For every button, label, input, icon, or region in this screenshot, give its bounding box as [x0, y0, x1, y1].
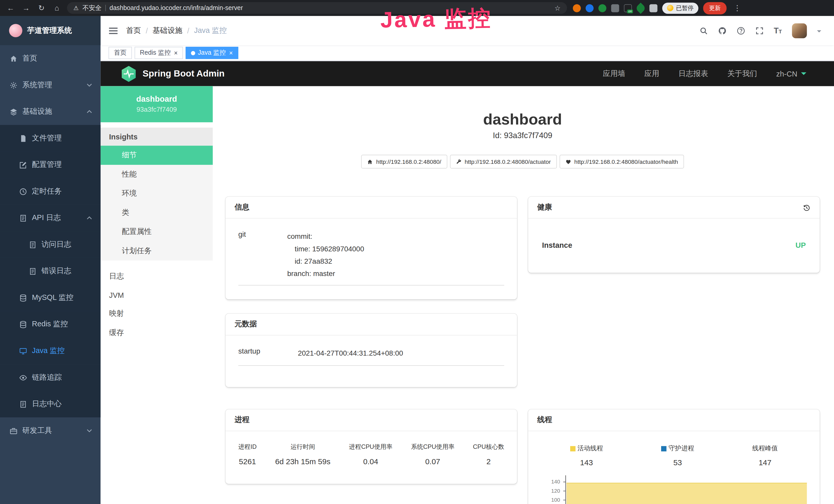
sba-menu-caches[interactable]: 缓存 — [101, 323, 213, 343]
locale-selector[interactable]: zh-CN — [776, 69, 806, 78]
tab-java-monitor[interactable]: Java 监控× — [186, 47, 238, 59]
legend-peak-threads: 线程峰值147 — [752, 444, 778, 467]
sidebar-item-infra[interactable]: 基础设施 — [0, 98, 101, 125]
avatar[interactable] — [792, 23, 807, 38]
card-title: 健康 — [537, 203, 552, 212]
sidebar-item-home[interactable]: 首页 — [0, 45, 101, 72]
sidebar-item-dev-tools[interactable]: 研发工具 — [0, 417, 101, 444]
extension-icon[interactable] — [573, 4, 581, 12]
extension-icon[interactable] — [611, 4, 619, 12]
sba-nav-wallboard[interactable]: 应用墙 — [603, 69, 625, 78]
tab-close-icon[interactable]: × — [174, 49, 178, 57]
browser-back-icon[interactable]: ← — [5, 4, 16, 12]
instance-header[interactable]: dashboard 93a3fc7f7409 — [101, 86, 213, 122]
extension-icon[interactable]: on — [624, 4, 632, 12]
url-text: dashboard.yudao.iocoder.cn/infra/admin-s… — [109, 4, 243, 12]
sba-menu-metrics[interactable]: 性能 — [101, 165, 213, 184]
paused-chip[interactable]: 已暂停 — [662, 2, 698, 13]
instance-link[interactable]: http://192.168.0.2:48080/actuator/health — [559, 155, 684, 169]
help-icon[interactable] — [737, 26, 745, 35]
history-icon[interactable] — [803, 204, 811, 211]
sidebar-item-cron-job[interactable]: 定时任务 — [0, 178, 101, 205]
sidebar-section-label: Insights — [101, 128, 213, 145]
instance-link-url: http://192.168.0.2:48080/actuator/health — [574, 159, 678, 165]
tab-redis-monitor[interactable]: Redis 监控× — [135, 47, 183, 59]
sba-menu-details[interactable]: 细节 — [101, 145, 213, 165]
gear-icon — [9, 81, 18, 89]
sba-nav-about[interactable]: 关于我们 — [727, 69, 757, 78]
sba-menu-logs[interactable]: 日志 — [101, 267, 213, 286]
breadcrumb-item[interactable]: 基础设施 — [153, 26, 182, 35]
puzzle-extension-icon[interactable] — [649, 4, 657, 12]
bookmark-star-icon[interactable]: ☆ — [554, 4, 561, 12]
sidebar-item-redis-monitor[interactable]: Redis 监控 — [0, 311, 101, 338]
sba-menu-classes[interactable]: 类 — [101, 203, 213, 222]
address-bar[interactable]: ⚠ 不安全 dashboard.yudao.iocoder.cn/infra/a… — [67, 2, 567, 14]
wrench-icon — [456, 159, 462, 165]
instance-link-url: http://192.168.0.2:48080/ — [376, 159, 441, 165]
navbar-actions: TT — [699, 23, 834, 38]
chevron-up-icon — [86, 214, 93, 222]
sidebar-item-config-manage[interactable]: 配置管理 — [0, 152, 101, 178]
browser-forward-icon[interactable]: → — [21, 4, 31, 12]
sidebar-item-api-log[interactable]: API 日志 — [0, 205, 101, 231]
sidebar-item-java-monitor[interactable]: Java 监控 — [0, 338, 101, 364]
sba-nav-journal[interactable]: 日志报表 — [678, 69, 708, 78]
sidebar-item-tracing[interactable]: 链路追踪 — [0, 364, 101, 391]
sidebar-item-mysql-monitor[interactable]: MySQL 监控 — [0, 284, 101, 311]
github-icon[interactable] — [718, 26, 726, 35]
metric-pid: 进程ID5261 — [238, 443, 257, 466]
legend-daemon-threads: 守护进程53 — [661, 444, 694, 467]
sidebar-item-log-center[interactable]: 日志中心 — [0, 391, 101, 417]
sidebar-item-label: MySQL 监控 — [32, 293, 73, 302]
chevron-down-icon[interactable] — [817, 30, 821, 35]
browser-reload-icon[interactable]: ↻ — [36, 4, 47, 12]
metric-label: 系统CPU使用率 — [411, 443, 454, 451]
extension-icon[interactable] — [598, 4, 607, 12]
chart-y-ticks: 140120100 — [541, 476, 565, 504]
metric-uptime: 运行时间6d 23h 15m 59s — [275, 443, 330, 466]
browser-home-icon[interactable]: ⌂ — [52, 4, 62, 12]
sidebar-toggle-icon[interactable] — [101, 27, 126, 34]
sba-nav-applications[interactable]: 应用 — [644, 69, 659, 78]
clock-icon — [19, 187, 27, 196]
sba-menu-scheduled-tasks[interactable]: 计划任务 — [101, 241, 213, 260]
app-logo[interactable]: 芋道管理系统 — [0, 16, 101, 45]
sidebar-item-file-manage[interactable]: 文件管理 — [0, 125, 101, 152]
paused-label: 已暂停 — [676, 4, 694, 12]
search-icon[interactable] — [699, 26, 708, 35]
heart-icon — [565, 159, 571, 165]
breadcrumb-item[interactable]: 首页 — [126, 26, 141, 35]
browser-menu-icon[interactable]: ⋮ — [731, 4, 743, 12]
metric-value: 0.04 — [349, 458, 393, 466]
tab-home[interactable]: 首页 — [108, 47, 132, 59]
sba-brand[interactable]: Spring Boot Admin — [142, 68, 224, 79]
info-key: git — [238, 230, 287, 280]
active-dot — [191, 51, 195, 55]
health-row: Instance UP — [541, 227, 807, 250]
instance-link[interactable]: http://192.168.0.2:48080/actuator — [450, 155, 556, 169]
legend-label: 守护进程 — [668, 444, 694, 453]
sba-menu-environment[interactable]: 环境 — [101, 184, 213, 203]
update-button[interactable]: 更新 — [703, 2, 727, 14]
sidebar-item-system[interactable]: 系统管理 — [0, 72, 101, 98]
sidebar-item-error-log[interactable]: 错误日志 — [0, 258, 101, 284]
sba-menu-mappings[interactable]: 映射 — [101, 304, 213, 323]
instance-link-url: http://192.168.0.2:48080/actuator — [465, 159, 551, 165]
extension-icon[interactable] — [586, 4, 594, 12]
extension-icon[interactable] — [635, 2, 646, 14]
sidebar-item-access-log[interactable]: 访问日志 — [0, 231, 101, 258]
instance-link[interactable]: http://192.168.0.2:48080/ — [361, 155, 447, 169]
fullscreen-icon[interactable] — [755, 26, 764, 35]
active-threads-area — [566, 483, 807, 504]
sidebar-item-label: 日志中心 — [32, 399, 62, 409]
eye-icon — [19, 373, 27, 382]
card-title: 信息 — [235, 203, 249, 212]
cards-grid: 信息 git commit:time: 1596289704000id: 27a… — [225, 197, 820, 504]
metadata-key: startup — [238, 347, 298, 360]
db-icon — [19, 320, 27, 328]
font-size-icon[interactable]: TT — [774, 26, 782, 35]
sba-menu-config-props[interactable]: 配置属性 — [101, 222, 213, 242]
sba-menu-jvm[interactable]: JVM — [101, 286, 213, 304]
tab-close-icon[interactable]: × — [229, 49, 233, 57]
